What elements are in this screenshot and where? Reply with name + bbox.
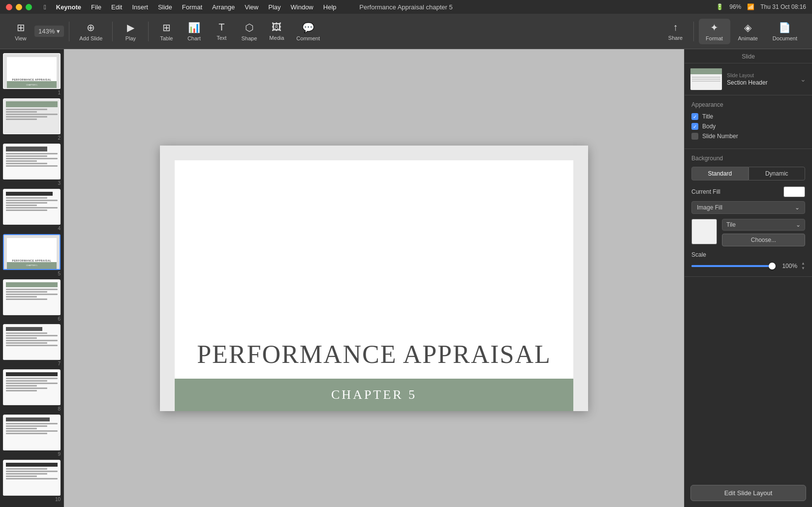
slide-thumbnail-5[interactable]: PERFORMANCE APPRAISAL CHAPTER 5 5 — [3, 234, 61, 277]
battery-icon: 🔋 — [716, 3, 723, 10]
title-checkbox[interactable]: ✓ — [691, 113, 698, 120]
slide-canvas[interactable]: PERFORMANCE APPRAISAL CHAPTER 5 — [160, 146, 588, 411]
table-button[interactable]: ⊞ Table — [154, 19, 179, 44]
scale-slider[interactable] — [691, 265, 776, 267]
slide-layout-section: Slide Layout Section Header ⌄ — [685, 63, 812, 95]
view-label: View — [15, 35, 27, 41]
scale-value: 100% — [780, 263, 797, 269]
slide-thumbnail-2[interactable]: 2 — [3, 98, 61, 142]
apple-menu[interactable]:  — [40, 2, 50, 12]
appearance-section: Appearance ✓ Title ✓ Body Slide Number — [685, 95, 812, 149]
add-slide-label: Add Slide — [79, 35, 102, 41]
slide-panel: PERFORMANCE APPRAISAL CHAPTER 5 1 2 — [0, 49, 64, 507]
tile-label: Tile — [726, 221, 736, 228]
slide-thumbnail-3[interactable]: 3 — [3, 144, 61, 187]
play-label: Play — [125, 35, 136, 41]
canvas-area[interactable]: PERFORMANCE APPRAISAL CHAPTER 5 — [64, 49, 684, 507]
layout-name: Section Header — [727, 79, 795, 86]
animate-tab-button[interactable]: ◈ Animate — [731, 19, 765, 44]
slide-num-4: 4 — [3, 225, 61, 232]
slide-thumbnail-10[interactable]: 10 — [3, 460, 61, 503]
slide-subtitle-bar[interactable]: CHAPTER 5 — [175, 379, 573, 411]
table-label: Table — [160, 35, 173, 41]
clock: Thu 31 Oct 08:16 — [760, 3, 806, 10]
share-button[interactable]: ↑ Share — [663, 19, 688, 44]
image-fill-dropdown[interactable]: Image Fill ⌄ — [691, 201, 805, 214]
window-menu[interactable]: Window — [287, 2, 317, 12]
view-menu[interactable]: View — [241, 2, 262, 12]
scale-slider-fill — [691, 265, 776, 267]
panel-section-label: Slide — [685, 49, 812, 63]
insert-menu[interactable]: Insert — [128, 2, 152, 12]
slide-number-checkbox[interactable] — [691, 133, 698, 140]
close-button[interactable] — [6, 4, 12, 10]
slide-num-2: 2 — [3, 134, 61, 142]
keynote-menu[interactable]: Keynote — [52, 2, 85, 12]
body-checkbox[interactable]: ✓ — [691, 123, 698, 130]
tile-dropdown[interactable]: Tile ⌄ — [722, 219, 805, 231]
slide-menu[interactable]: Slide — [154, 2, 176, 12]
add-slide-button[interactable]: ⊕ Add Slide — [74, 19, 107, 44]
right-panel: Slide Slide Layout Section Header ⌄ Appe… — [684, 49, 812, 507]
stepper-up-icon[interactable]: ▲ — [801, 261, 805, 266]
slide-number-checkbox-row[interactable]: Slide Number — [691, 133, 805, 140]
slide-thumbnail-6[interactable]: 6 — [3, 279, 61, 323]
layout-thumbnail — [690, 68, 722, 90]
text-button[interactable]: T Text — [209, 19, 234, 44]
layout-chevron-icon[interactable]: ⌄ — [800, 75, 806, 83]
comment-button[interactable]: 💬 Comment — [291, 19, 325, 44]
maximize-button[interactable] — [26, 4, 32, 10]
help-menu[interactable]: Help — [319, 2, 341, 12]
color-swatch[interactable] — [783, 186, 805, 197]
table-icon: ⊞ — [162, 22, 171, 33]
slide-thumbnail-9[interactable]: 9 — [3, 415, 61, 458]
format-tab-label: Format — [706, 35, 723, 41]
play-menu[interactable]: Play — [264, 2, 284, 12]
minimize-button[interactable] — [16, 4, 22, 10]
slide-num-1: 1 — [3, 89, 61, 96]
traffic-lights[interactable] — [6, 4, 32, 10]
edit-slide-layout-button[interactable]: Edit Slide Layout — [690, 485, 806, 501]
format-tab-button[interactable]: ✦ Format — [699, 19, 730, 44]
slide-thumbnail-4[interactable]: 4 — [3, 189, 61, 232]
media-button[interactable]: 🖼 Media — [264, 19, 289, 44]
appearance-title: Appearance — [691, 101, 805, 108]
background-toggle: Standard Dynamic — [691, 167, 805, 180]
slide-thumbnail-8[interactable]: 8 — [3, 369, 61, 413]
chart-button[interactable]: 📊 Chart — [181, 19, 207, 44]
play-button[interactable]: ▶ Play — [118, 19, 143, 44]
separator-2 — [112, 22, 113, 41]
view-button[interactable]: ⊞ View — [8, 19, 33, 44]
choose-button[interactable]: Choose... — [722, 234, 805, 246]
scale-slider-thumb[interactable] — [769, 263, 776, 269]
shape-button[interactable]: ⬡ Shape — [236, 19, 262, 44]
chart-icon: 📊 — [188, 22, 200, 33]
titlebar-right: 🔋 96% 📶 Thu 31 Oct 08:16 — [716, 3, 806, 10]
main-content: PERFORMANCE APPRAISAL CHAPTER 5 1 2 — [0, 49, 812, 507]
zoom-chevron-icon: ▾ — [57, 28, 60, 35]
document-tab-button[interactable]: 📄 Document — [766, 19, 804, 44]
body-checkbox-row[interactable]: ✓ Body — [691, 123, 805, 130]
background-section: Background Standard Dynamic Current Fill… — [685, 149, 812, 277]
edit-menu[interactable]: Edit — [107, 2, 126, 12]
format-menu[interactable]: Format — [178, 2, 206, 12]
animate-tab-icon: ◈ — [744, 22, 751, 33]
separator-3 — [148, 22, 149, 41]
zoom-display[interactable]: 143% ▾ — [34, 26, 64, 37]
layout-label: Slide Layout — [727, 73, 795, 78]
share-label: Share — [668, 35, 683, 41]
standard-toggle-button[interactable]: Standard — [691, 167, 749, 180]
file-menu[interactable]: File — [87, 2, 105, 12]
dynamic-toggle-button[interactable]: Dynamic — [749, 167, 806, 180]
checkmark-icon: ✓ — [693, 114, 697, 119]
slide-thumbnail-1[interactable]: PERFORMANCE APPRAISAL CHAPTER 5 1 — [3, 53, 61, 96]
dropdown-chevron-icon: ⌄ — [795, 204, 800, 211]
play-icon: ▶ — [127, 22, 134, 33]
battery-level: 96% — [729, 3, 741, 10]
slide-title[interactable]: PERFORMANCE APPRAISAL — [175, 320, 573, 379]
slide-thumbnail-7[interactable]: 7 — [3, 324, 61, 367]
title-checkbox-row[interactable]: ✓ Title — [691, 113, 805, 120]
scale-stepper[interactable]: ▲ ▼ — [801, 261, 805, 270]
arrange-menu[interactable]: Arrange — [208, 2, 239, 12]
stepper-down-icon[interactable]: ▼ — [801, 266, 805, 271]
